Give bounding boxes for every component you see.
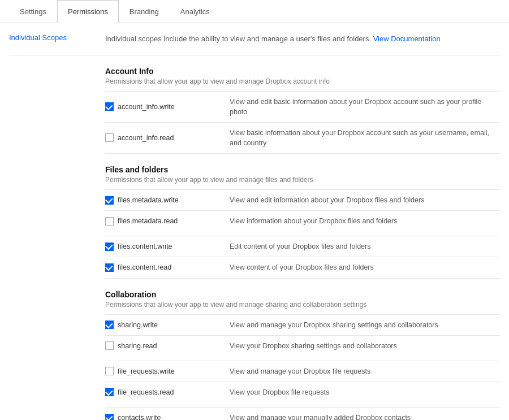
row-spacer (105, 402, 500, 407)
section-collaboration: CollaborationPermissions that allow your… (105, 279, 500, 421)
perm-left-contacts_write: contacts.write (105, 414, 230, 420)
perm-name-sharing_read: sharing.read (118, 342, 157, 350)
perm-left-files_content_read: files.content.read (105, 263, 230, 272)
perm-left-file_requests_write: file_requests.write (105, 367, 230, 375)
section-account_info: Account InfoPermissions that allow your … (105, 55, 500, 154)
perm-name-account_info_read: account_info.read (118, 134, 174, 142)
perm-desc-file_requests_read: View your Dropbox file requests (230, 387, 500, 397)
checkbox-files_metadata_read[interactable] (105, 217, 114, 226)
section-files_and_folders: Files and foldersPermissions that allow … (105, 154, 500, 279)
perm-left-files_metadata_read: files.metadata.read (105, 217, 230, 226)
perm-row-account_info_read: account_info.readView basic information … (105, 122, 500, 154)
perm-desc-files_content_write: Edit content of your Dropbox files and f… (230, 241, 500, 252)
checkbox-sharing_write[interactable] (105, 321, 114, 329)
scopes-desc-text: Individual scopes include the ability to… (105, 34, 373, 43)
perm-desc-file_requests_write: View and manage your Dropbox file reques… (230, 366, 500, 376)
perm-left-files_metadata_write: files.metadata.write (105, 196, 230, 205)
tab-settings[interactable]: Settings (9, 0, 57, 23)
scopes-header-row: Individual Scopes Individual scopes incl… (9, 23, 500, 55)
section-subtitle-files_and_folders: Permissions that allow your app to view … (105, 176, 500, 184)
perm-row-sharing_read: sharing.readView your Dropbox sharing se… (105, 335, 500, 356)
checkbox-file_requests_write[interactable] (105, 367, 114, 375)
checkbox-sharing_read[interactable] (105, 341, 114, 350)
section-title-account_info: Account Info (105, 67, 500, 76)
tab-analytics[interactable]: Analytics (170, 0, 221, 23)
checkbox-account_info_read[interactable] (105, 133, 114, 142)
scopes-description: Individual scopes include the ability to… (105, 33, 441, 45)
section-title-files_and_folders: Files and folders (105, 165, 500, 174)
perm-desc-account_info_write: View and edit basic information about yo… (230, 97, 500, 117)
perm-name-file_requests_read: file_requests.read (118, 388, 174, 396)
perm-name-files_metadata_write: files.metadata.write (118, 196, 179, 204)
perm-desc-sharing_write: View and manage your Dropbox sharing set… (230, 320, 500, 330)
checkbox-files_metadata_write[interactable] (105, 196, 114, 205)
view-documentation-link[interactable]: View Documentation (373, 34, 441, 43)
perm-row-account_info_write: account_info.writeView and edit basic in… (105, 91, 500, 122)
section-subtitle-collaboration: Permissions that allow your app to view … (105, 301, 500, 309)
perm-left-files_content_write: files.content.write (105, 243, 230, 251)
perm-row-files_metadata_read: files.metadata.readView information abou… (105, 210, 500, 231)
row-spacer (105, 231, 500, 236)
tab-permissions[interactable]: Permissions (57, 0, 119, 23)
perm-row-sharing_write: sharing.writeView and manage your Dropbo… (105, 314, 500, 335)
perm-desc-files_metadata_read: View information about your Dropbox file… (230, 216, 500, 226)
perm-row-files_content_read: files.content.readView content of your D… (105, 257, 500, 278)
perm-row-files_metadata_write: files.metadata.writeView and edit inform… (105, 189, 500, 210)
section-title-collaboration: Collaboration (105, 290, 500, 299)
perm-desc-files_content_read: View content of your Dropbox files and f… (230, 262, 500, 272)
checkbox-contacts_write[interactable] (105, 414, 114, 420)
perm-left-file_requests_read: file_requests.read (105, 388, 230, 396)
perm-desc-account_info_read: View basic information about your Dropbo… (230, 128, 500, 148)
perm-row-files_content_write: files.content.writeEdit content of your … (105, 236, 500, 257)
perm-desc-files_metadata_write: View and edit information about your Dro… (230, 195, 500, 205)
section-subtitle-account_info: Permissions that allow your app to view … (105, 77, 500, 85)
perm-desc-sharing_read: View your Dropbox sharing settings and c… (230, 341, 500, 351)
perm-name-files_metadata_read: files.metadata.read (118, 217, 178, 225)
perm-left-account_info_read: account_info.read (105, 133, 230, 142)
checkbox-account_info_write[interactable] (105, 102, 114, 111)
perm-left-sharing_write: sharing.write (105, 321, 230, 329)
perm-name-files_content_write: files.content.write (118, 243, 172, 250)
perm-left-sharing_read: sharing.read (105, 341, 230, 350)
perm-row-file_requests_write: file_requests.writeView and manage your … (105, 361, 500, 382)
perm-row-contacts_write: contacts.writeView and manage your manua… (105, 407, 500, 420)
perm-name-files_content_read: files.content.read (118, 263, 171, 271)
perm-name-sharing_write: sharing.write (118, 321, 158, 329)
checkbox-file_requests_read[interactable] (105, 388, 114, 396)
perm-row-file_requests_read: file_requests.readView your Dropbox file… (105, 382, 500, 402)
sections-container: Account InfoPermissions that allow your … (9, 55, 500, 421)
main-content: Individual Scopes Individual scopes incl… (0, 23, 509, 420)
tab-branding[interactable]: Branding (119, 0, 170, 23)
perm-name-file_requests_write: file_requests.write (118, 367, 175, 375)
perm-left-account_info_write: account_info.write (105, 102, 230, 111)
scopes-label: Individual Scopes (9, 33, 105, 42)
checkbox-files_content_write[interactable] (105, 243, 114, 251)
perm-name-contacts_write: contacts.write (118, 414, 161, 420)
tabs-bar: SettingsPermissionsBrandingAnalytics (0, 0, 509, 23)
row-spacer (105, 356, 500, 361)
perm-name-account_info_write: account_info.write (118, 103, 175, 111)
perm-desc-contacts_write: View and manage your manually added Drop… (230, 413, 500, 420)
checkbox-files_content_read[interactable] (105, 263, 114, 272)
